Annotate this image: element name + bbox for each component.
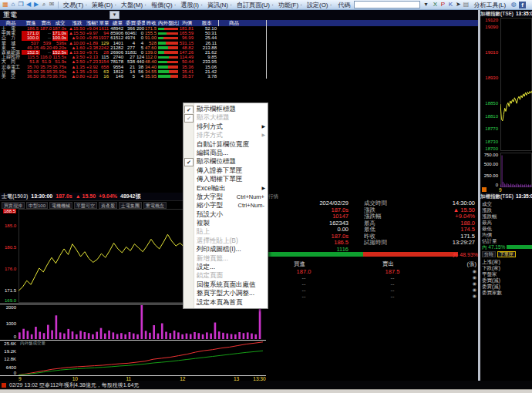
quote-row: 2024/02/29成交時間14:30:00 <box>267 200 478 207</box>
web-icon[interactable]: ◍ <box>510 0 517 9</box>
home-icon[interactable]: ⌂ <box>9 0 17 9</box>
menu-item[interactable]: 預設大小 <box>184 210 268 219</box>
col-header[interactable]: 內外盤比圖 <box>158 20 179 26</box>
inout-ratio-mini <box>158 51 178 54</box>
category-chip[interactable]: 中型100 <box>26 202 48 209</box>
category-chip[interactable]: 重電概念 <box>143 202 167 209</box>
menu-item: 貼上 <box>184 227 268 236</box>
menu-設定(O)[interactable]: 設定(O) · <box>305 2 334 8</box>
stock-volume-bars <box>19 305 263 339</box>
toolbar-separator <box>58 2 59 8</box>
col-header[interactable]: 昨收 <box>145 20 158 26</box>
forward-icon[interactable]: ▶ <box>32 0 40 9</box>
col-header[interactable]: 均價 <box>179 20 195 26</box>
menu-item[interactable]: 自動計算欄位寬度 <box>184 140 268 149</box>
qty-radio[interactable]: ◉ <box>473 274 476 280</box>
menu-選股(I)[interactable]: 選股(I) · <box>178 2 204 8</box>
qty-radio[interactable]: ◉ <box>473 268 476 274</box>
menu-item: 鎖定頁面 <box>184 271 268 280</box>
index-x-label: 9 <box>499 187 502 193</box>
menu-item[interactable]: 排列方式▶ <box>184 123 268 131</box>
menu-item[interactable]: 設定本頁為首頁 <box>184 298 268 307</box>
menu-item: 新增頁籤... <box>184 254 268 263</box>
qty-radio[interactable]: ◉ <box>473 293 476 299</box>
menu-item[interactable]: Excel輸出▶ <box>184 184 268 193</box>
menu-item[interactable]: ✔顯示欄位標題 <box>184 157 268 166</box>
category-chip[interactable]: 資產股 <box>99 202 117 209</box>
group-dropdown-button[interactable]: ▼ <box>109 11 120 19</box>
mail-icon[interactable]: ✉ <box>48 0 56 9</box>
pdf-icon[interactable]: P <box>439 0 446 9</box>
category-chip[interactable]: 平盤可空 <box>74 202 97 209</box>
menu-item[interactable]: 複製 <box>184 219 268 227</box>
toolbar-left-icons: ▦⌂❒◀▶⌕✉ <box>2 0 56 9</box>
search-icon[interactable]: ⌕ <box>40 0 48 9</box>
menu-item[interactable]: 傳入期權下單匣 <box>184 175 268 183</box>
page-icon[interactable]: ▤ <box>462 0 470 9</box>
menu-item[interactable]: 回復系統頁面出廠值 <box>184 280 268 289</box>
table-row[interactable]: 美 亞36.5036.7536.75s▲0.80+2.23161465435.9… <box>0 74 479 79</box>
col-header[interactable]: 買進 <box>22 20 40 26</box>
analysis-tools-menu[interactable]: 分析工具(L) <box>471 1 508 9</box>
category-chip[interactable]: 士電集團 <box>119 202 142 209</box>
window-icon[interactable]: ❒ <box>17 0 25 9</box>
inout-ratio-mini <box>158 75 178 78</box>
inner-ratio-pct: 內 47.15% <box>482 244 505 251</box>
inout-ratio-mini <box>158 28 178 31</box>
col-header[interactable]: 委買 <box>125 20 136 26</box>
col-header[interactable]: 總量 <box>110 20 125 26</box>
qty-radio[interactable]: ◉ <box>473 287 476 293</box>
qty-radio[interactable]: ◉ <box>473 280 476 287</box>
menu-報價(Q)[interactable]: 報價(Q) · <box>149 2 178 8</box>
menu-自訂頁面(U)[interactable]: 自訂頁面(U) · <box>234 2 276 8</box>
back-icon[interactable]: ◀ <box>25 0 32 9</box>
app-grid-icon[interactable]: ▦ <box>2 0 9 9</box>
col-header[interactable]: 成交 <box>52 20 68 26</box>
menu-item[interactable]: 編輯商品... <box>184 149 268 157</box>
inout-volume-axis: 25.6K19.2K12.8K64000 <box>0 341 18 375</box>
quote-row: 10147漲跌幅+9.04% <box>267 213 478 220</box>
inout-ratio-row: 外 48.93% <box>267 252 478 258</box>
inout-ratio-mini <box>158 37 178 40</box>
menu-item[interactable]: ✔顯示欄框標題 <box>184 105 268 113</box>
category-chip[interactable]: 電機機械 <box>49 202 72 209</box>
facebook-icon[interactable]: f <box>519 2 526 8</box>
menu-交易(T)[interactable]: 交易(T) · <box>61 2 89 8</box>
menu-item[interactable]: 整頁字型大小調整... <box>184 289 268 297</box>
menu-item: 排序方式▶ <box>184 131 268 139</box>
col-header[interactable]: 賣出 <box>40 20 52 26</box>
col-header[interactable]: 單量 <box>98 20 110 26</box>
menu-策略(D)[interactable]: 策略(D) · <box>89 2 119 8</box>
ticker-icon[interactable] <box>2 383 6 388</box>
category-chip[interactable]: 買賣現沖 <box>2 202 25 209</box>
code-input[interactable] <box>354 1 420 8</box>
col-header[interactable]: 委賣 <box>136 20 145 26</box>
menu-item[interactable]: 傳入證券下單匣 <box>184 166 268 175</box>
menu-item[interactable]: 設定... <box>184 263 268 271</box>
panel-chip[interactable]: 下單匣 <box>497 251 516 257</box>
col-header[interactable]: 商品 <box>218 20 249 26</box>
menu-item[interactable]: 放大字型Ctrl+Num+ <box>184 193 268 201</box>
inout-volume-lines <box>19 341 263 375</box>
menu-item[interactable]: 縮小字型Ctrl+Num- <box>184 201 268 210</box>
kchart-icon[interactable]: K <box>446 0 454 9</box>
submenu-arrow-icon: ▶ <box>261 131 265 139</box>
menu-功能(F)[interactable]: 功能(F) · <box>276 2 305 8</box>
check-icon: ✔ <box>184 158 194 166</box>
stock-volume-axis: 200010000 <box>0 305 18 339</box>
col-header[interactable]: 商品 <box>0 20 22 26</box>
menu-資訊(N)[interactable]: 資訊(N) · <box>205 2 234 8</box>
menu-item[interactable]: 列印成圖檔(I)... <box>184 245 268 254</box>
col-header[interactable]: 漲幅% <box>86 20 98 26</box>
pointer-icon[interactable]: ➤ <box>454 0 462 9</box>
menu-大盤(M)[interactable]: 大盤(M) · <box>119 2 149 8</box>
chevron-down-icon[interactable]: ▾ <box>422 0 429 9</box>
ask-price[interactable]: -- <box>369 293 416 300</box>
panel-corner-icon[interactable] <box>482 187 487 192</box>
panel-divider[interactable] <box>478 10 480 389</box>
panel-chip[interactable]: 分時 <box>482 251 496 257</box>
col-header[interactable]: 股本 <box>195 20 218 26</box>
excel-icon[interactable]: X <box>431 0 439 9</box>
bid-price[interactable]: -- <box>281 293 327 300</box>
col-header[interactable]: 漲跌 <box>68 20 86 26</box>
